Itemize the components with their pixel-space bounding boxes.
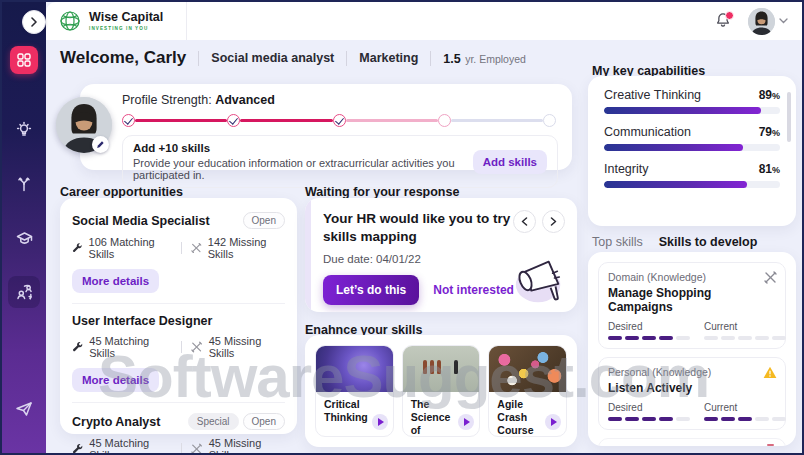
app-window: Wise Capital INVESTING IN YOU: [0, 0, 804, 455]
strength-value: Advanced: [215, 93, 275, 107]
edit-profile-button[interactable]: [92, 136, 109, 153]
career-opportunities-card: Social Media Specialist Open 106 Matchin…: [60, 198, 297, 434]
carousel-next-button[interactable]: [542, 210, 565, 233]
brand-tagline: INVESTING IN YOU: [89, 26, 163, 31]
profile-strength-stepper: [122, 114, 556, 127]
play-icon: [378, 418, 384, 426]
capability-value: 81: [759, 162, 772, 176]
skill-category: Personal (Knowledge): [608, 366, 776, 378]
status-badge: Open: [243, 413, 285, 430]
sidebar-expand-button[interactable]: [22, 10, 46, 34]
play-button[interactable]: [372, 414, 388, 430]
tenure-value: 1.5: [443, 52, 460, 66]
skills-to-develop-card: Domain (Knowledge) Manage Shopping Campa…: [588, 252, 796, 446]
segment: [608, 336, 622, 340]
sidebar-item-apps[interactable]: [10, 46, 38, 74]
play-icon: [464, 418, 470, 426]
play-button[interactable]: [545, 414, 561, 430]
progress-track: [604, 107, 780, 114]
sidebar-item-career-path[interactable]: [8, 168, 40, 200]
capability-row: Creative Thinking 89%: [604, 88, 780, 114]
globe-logo-icon: [58, 9, 82, 33]
step-1: [122, 114, 135, 127]
portrait-image: [748, 8, 775, 35]
page-title: Welcome, Carly: [60, 48, 186, 68]
chevron-down-icon: [779, 18, 788, 24]
play-icon: [551, 418, 557, 426]
segment: [676, 336, 690, 340]
branch-arrows-icon: [15, 175, 33, 193]
crossed-tools-icon: [191, 341, 202, 353]
course-card[interactable]: Agile Crash Course: [488, 345, 567, 437]
segment: [772, 417, 786, 421]
job-title: Social Media Specialist: [72, 214, 210, 228]
profile-tip: Add +10 skills Provide your education in…: [122, 135, 558, 188]
strength-label: Profile Strength:: [122, 93, 212, 107]
crossed-tools-icon: [191, 242, 202, 254]
missing-skills: 45 Missing Skills: [209, 335, 285, 359]
capability-label: Integrity: [604, 162, 648, 176]
scrollbar[interactable]: [787, 92, 791, 142]
notification-dot: [725, 11, 734, 20]
step-connector: [135, 119, 227, 122]
more-details-button[interactable]: More details: [72, 269, 159, 293]
sidebar-item-ideas[interactable]: [8, 114, 40, 146]
skill-name: Listen Actively: [608, 381, 776, 395]
divider: [198, 51, 199, 66]
course-thumbnail: [489, 346, 566, 392]
step-3: [333, 114, 346, 127]
course-card[interactable]: The Science of Leadership: [402, 345, 481, 437]
lets-do-this-button[interactable]: Let’s do this: [323, 275, 419, 305]
divider: [181, 242, 182, 254]
desired-label: Desired: [608, 321, 690, 332]
sidebar-item-skills-exchange[interactable]: [8, 276, 40, 308]
job-item: User Interface Designer 45 Matching Skil…: [72, 303, 285, 402]
step-connector: [240, 119, 332, 122]
warning-icon: [763, 366, 777, 379]
wrench-icon: [72, 242, 83, 254]
hr-request-card: Your HR would like you to try skills map…: [305, 198, 577, 312]
capability-row: Communication 79%: [604, 125, 780, 151]
career-section-title: Career opportunities: [60, 185, 183, 199]
sidebar-item-learning[interactable]: [8, 222, 40, 254]
segment: [704, 336, 718, 340]
capability-row: Integrity 81%: [604, 162, 780, 188]
tenure-label: yr. Employed: [465, 53, 526, 65]
desired-label: Desired: [608, 402, 690, 413]
top-bar: Wise Capital INVESTING IN YOU: [46, 2, 802, 40]
more-details-button[interactable]: More details: [72, 368, 159, 392]
current-bar: [704, 417, 786, 421]
job-item: Social Media Specialist Open 106 Matchin…: [72, 210, 285, 303]
user-menu[interactable]: [748, 8, 788, 35]
crossed-tools-icon: [191, 443, 202, 455]
step-2: [227, 114, 240, 127]
brand-name: Wise Capital: [89, 11, 163, 24]
segment: [738, 336, 752, 340]
segment: [721, 417, 735, 421]
progress-track: [604, 181, 780, 188]
chevron-right-icon: [30, 17, 38, 27]
step-5: [543, 114, 556, 127]
courses-card: Critical Thinking The Science of Leaders…: [305, 335, 577, 447]
desired-bar: [608, 336, 690, 340]
wrench-icon: [72, 443, 83, 455]
graduation-cap-icon: [15, 229, 34, 248]
percent-sign: %: [772, 128, 780, 138]
notifications-button[interactable]: [714, 11, 734, 31]
profile-strength-label: Profile Strength: Advanced: [122, 93, 558, 107]
segment: [676, 417, 690, 421]
add-skills-button[interactable]: Add skills: [473, 150, 547, 174]
matching-skills: 45 Matching Skills: [89, 335, 172, 359]
user-avatar: [748, 8, 775, 35]
not-interested-link[interactable]: Not interested: [433, 283, 514, 297]
carousel-prev-button[interactable]: [513, 210, 536, 233]
divider: [346, 51, 347, 66]
job-skills-row: 45 Matching Skills 45 Missing Skills: [72, 437, 285, 455]
paper-plane-icon: [14, 399, 34, 419]
course-card[interactable]: Critical Thinking: [315, 345, 394, 437]
sidebar-item-send[interactable]: [8, 393, 40, 425]
step-connector: [451, 119, 543, 122]
current-bar: [704, 336, 786, 340]
segment: [755, 336, 769, 340]
segment: [608, 417, 622, 421]
